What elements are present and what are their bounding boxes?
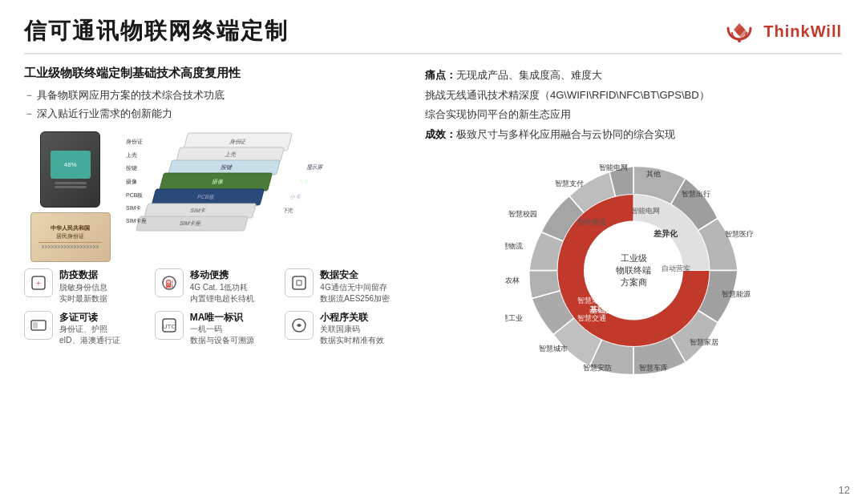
- feature-item-3: 多证可读 身份证、护照 eID、港澳通行证: [24, 311, 148, 347]
- device-bar: [55, 182, 87, 184]
- pain-text: 无现成产品、集成度高、难度大: [456, 69, 602, 81]
- handheld-device: 48%: [40, 131, 100, 208]
- logo-text: ThinkWill: [763, 22, 842, 41]
- svg-text:SIM卡: SIM卡: [189, 208, 206, 214]
- svg-text:小卡: 小卡: [289, 194, 302, 200]
- feature-text-5: 小程序关联 关联国康码 数据实时精准有效: [320, 311, 384, 347]
- right-column: 痛点：无现成产品、集成度高、难度大 挑战无线通讯技术精深度（4G\WIFI\RF…: [425, 66, 842, 382]
- svg-text:智慧医疗: 智慧医疗: [725, 229, 754, 237]
- logo-area: ThinkWill: [722, 17, 842, 46]
- svg-text:智慧港口: 智慧港口: [577, 296, 606, 304]
- result-label: 成效：: [425, 128, 456, 140]
- feature-title-3: 多证可读: [59, 311, 120, 325]
- logo-icon: [722, 17, 757, 46]
- svg-text:智慧物流: 智慧物流: [505, 241, 523, 249]
- result-text: 极致尺寸与多样化应用融合与云协同的综合实现: [456, 128, 675, 140]
- svg-text:⛽: ⛽: [164, 279, 174, 288]
- svg-text:智慧支付: 智慧支付: [555, 179, 584, 187]
- svg-text:PCB板: PCB板: [126, 192, 143, 198]
- header: 信可通讯物联网终端定制 ThinkWill: [24, 16, 842, 54]
- feature-item-2: 数据安全 4G通信无中间留存 数据流AES256加密: [285, 268, 409, 304]
- svg-text:上壳: 上壳: [126, 152, 137, 158]
- feature-item-5: 小程序关联 关联国康码 数据实时精准有效: [285, 311, 409, 347]
- donut-chart: 工业级 物联终端 方案商 差异化 基础技术高度复用 其他 智慧出行 智慧医疗 智: [505, 150, 762, 382]
- id-card-subtitle: 居民身份证: [56, 232, 84, 240]
- svg-text:智慧出行: 智慧出行: [682, 189, 710, 197]
- page-number: 12: [839, 484, 850, 496]
- feature-desc-0: 脱敏身份信息 实时最新数据: [59, 282, 107, 304]
- feature-desc-5: 关联国康码 数据实时精准有效: [320, 324, 384, 346]
- svg-text:智慧车库: 智慧车库: [639, 363, 668, 371]
- svg-text:PCB板: PCB板: [196, 194, 215, 200]
- feature-item-0: + 防疫数据 脱敏身份信息 实时最新数据: [24, 268, 148, 304]
- feature-text-2: 数据安全 4G通信无中间留存 数据流AES256加密: [320, 268, 390, 304]
- svg-text:物联终端: 物联终端: [616, 264, 651, 274]
- svg-text:智能物流: 智能物流: [577, 217, 606, 225]
- page-title: 信可通讯物联网终端定制: [24, 16, 289, 46]
- feature-icon-5: [285, 311, 314, 340]
- feature-text-1: 移动便携 4G Cat. 1低功耗 内置锂电超长待机: [190, 268, 254, 304]
- svg-text:其他: 其他: [646, 169, 661, 177]
- bullet-list: 具备物联网应用方案的技术综合技术功底 深入贴近行业需求的创新能力: [24, 86, 409, 123]
- feature-item-1: ⛽ 移动便携 4G Cat. 1低功耗 内置锂电超长待机: [155, 268, 279, 304]
- id-card-title: 中华人民共和国: [51, 224, 90, 232]
- svg-text:智慧家居: 智慧家居: [690, 337, 718, 345]
- svg-text:+: +: [36, 280, 40, 288]
- feature-text-0: 防疫数据 脱敏身份信息 实时最新数据: [59, 268, 107, 304]
- feature-title-4: MA唯一标识: [190, 311, 254, 325]
- feature-text-3: 多证可读 身份证、护照 eID、港澳通行证: [59, 311, 120, 347]
- feature-icon-2: [285, 268, 314, 297]
- achieve-text: 综合实现协同平台的新生态应用: [425, 108, 571, 120]
- svg-text:智慧交通: 智慧交通: [577, 313, 606, 321]
- svg-text:工业级: 工业级: [621, 252, 647, 262]
- feature-icon-4: UTC: [155, 311, 184, 340]
- feature-icon-3: [24, 311, 53, 340]
- svg-text:方案商: 方案商: [621, 276, 647, 286]
- feature-text-4: MA唯一标识 一机一码 数据与设备可溯源: [190, 311, 254, 347]
- svg-text:智慧能源: 智慧能源: [722, 289, 751, 297]
- challenge-text: 挑战无线通讯技术精深度（4G\WIFI\RFID\NFC\BT\GPS\BD）: [425, 89, 710, 101]
- svg-text:自动营实: 自动营实: [662, 264, 690, 272]
- svg-text:身份证: 身份证: [229, 139, 247, 145]
- feature-icon-0: +: [24, 268, 53, 297]
- device-area: 48% 中华人民共和国 居民身份证 XXXXXXXXXXXXXXXXXX: [24, 131, 409, 262]
- bullet-item-1: 具备物联网应用方案的技术综合技术功底: [24, 86, 409, 104]
- features-grid: + 防疫数据 脱敏身份信息 实时最新数据 ⛽ 移动便携 4G Cat. 1低功耗…: [24, 268, 409, 347]
- section-title: 工业级物联终端定制基础技术高度复用性: [24, 66, 409, 81]
- svg-text:按键: 按键: [220, 164, 233, 171]
- feature-title-1: 移动便携: [190, 268, 254, 282]
- feature-title-2: 数据安全: [320, 268, 390, 282]
- svg-text:上壳: 上壳: [224, 151, 237, 158]
- feature-icon-1: ⛽: [155, 268, 184, 297]
- feature-desc-2: 4G通信无中间留存 数据流AES256加密: [320, 282, 390, 304]
- svg-text:智慧工业: 智慧工业: [505, 313, 523, 321]
- feature-desc-3: 身份证、护照 eID、港澳通行证: [59, 324, 120, 346]
- svg-text:摄像: 摄像: [212, 179, 225, 185]
- exploded-diagram: 身份证 上壳 按键 显示屏: [124, 131, 409, 252]
- svg-text:显示屏: 显示屏: [306, 164, 324, 171]
- main-content: 工业级物联终端定制基础技术高度复用性 具备物联网应用方案的技术综合技术功底 深入…: [24, 66, 842, 382]
- svg-point-0: [738, 39, 741, 42]
- bullet-item-2: 深入贴近行业需求的创新能力: [24, 104, 409, 123]
- device-bar2: [55, 186, 87, 188]
- svg-text:智能电网: 智能电网: [631, 206, 660, 214]
- svg-rect-30: [293, 276, 306, 289]
- svg-text:摄像: 摄像: [126, 179, 137, 184]
- svg-text:下壳: 下壳: [281, 208, 294, 214]
- svg-text:大卡: 大卡: [297, 179, 310, 185]
- device-mockup: 48% 中华人民共和国 居民身份证 XXXXXXXXXXXXXXXXXX: [24, 131, 116, 262]
- svg-text:基础技术高度复用: 基础技术高度复用: [589, 304, 654, 313]
- id-card: 中华人民共和国 居民身份证 XXXXXXXXXXXXXXXXXX: [30, 212, 111, 262]
- slide-page: 信可通讯物联网终端定制 ThinkWill 工业级物联终端定制基础技术高度复用性: [0, 0, 866, 504]
- device-screen: 48%: [51, 151, 91, 179]
- svg-text:智慧城市: 智慧城市: [539, 344, 568, 352]
- feature-title-0: 防疫数据: [59, 268, 107, 282]
- svg-text:SIM卡座: SIM卡座: [179, 220, 201, 227]
- svg-text:差异化: 差异化: [653, 228, 678, 237]
- donut-chart-wrapper: 工业级 物联终端 方案商 差异化 基础技术高度复用 其他 智慧出行 智慧医疗 智: [425, 150, 842, 382]
- exploded-svg: 身份证 上壳 按键 显示屏: [124, 131, 349, 260]
- svg-text:SIM卡座: SIM卡座: [126, 218, 147, 224]
- id-card-divider: [38, 242, 101, 243]
- svg-text:身份证: 身份证: [126, 139, 143, 144]
- feature-title-5: 小程序关联: [320, 311, 384, 325]
